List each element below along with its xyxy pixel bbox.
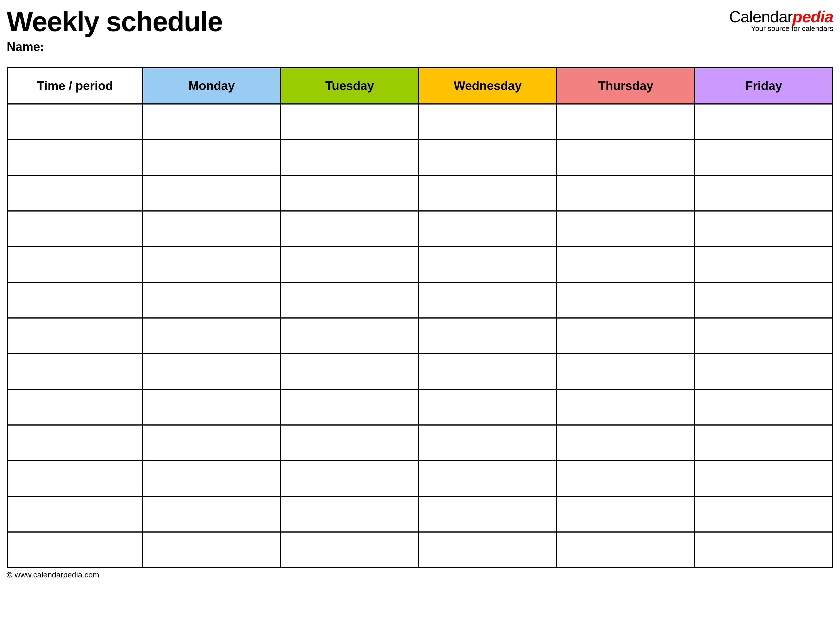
schedule-cell[interactable] (143, 461, 281, 496)
schedule-cell[interactable] (695, 496, 833, 532)
schedule-cell[interactable] (418, 318, 557, 354)
schedule-cell[interactable] (281, 496, 418, 532)
schedule-cell[interactable] (143, 532, 281, 568)
table-row (7, 104, 833, 140)
schedule-cell[interactable] (557, 425, 695, 461)
schedule-cell[interactable] (143, 247, 281, 282)
schedule-cell[interactable] (281, 175, 418, 211)
day-header-thursday: Thursday (557, 68, 695, 104)
schedule-table: Time / period MondayTuesdayWednesdayThur… (7, 67, 833, 568)
name-label: Name: (7, 40, 833, 54)
table-row (7, 282, 833, 318)
schedule-cell[interactable] (557, 354, 695, 389)
schedule-cell[interactable] (281, 211, 418, 247)
schedule-cell[interactable] (281, 247, 418, 282)
time-cell[interactable] (7, 389, 143, 425)
brand-suffix: pedia (793, 8, 834, 26)
schedule-cell[interactable] (695, 211, 833, 247)
schedule-cell[interactable] (143, 496, 281, 532)
time-cell[interactable] (7, 140, 143, 175)
table-row (7, 247, 833, 282)
schedule-cell[interactable] (695, 140, 833, 175)
time-cell[interactable] (7, 354, 143, 389)
time-cell[interactable] (7, 461, 143, 496)
time-cell[interactable] (7, 247, 143, 282)
schedule-cell[interactable] (418, 175, 557, 211)
time-cell[interactable] (7, 425, 143, 461)
schedule-cell[interactable] (281, 389, 418, 425)
schedule-cell[interactable] (695, 104, 833, 140)
schedule-cell[interactable] (418, 354, 557, 389)
schedule-cell[interactable] (557, 175, 695, 211)
schedule-cell[interactable] (281, 425, 418, 461)
schedule-cell[interactable] (143, 318, 281, 354)
table-row (7, 496, 833, 532)
time-cell[interactable] (7, 318, 143, 354)
copyright-footer: © www.calendarpedia.com (7, 571, 833, 579)
table-header-row: Time / period MondayTuesdayWednesdayThur… (7, 68, 833, 104)
schedule-cell[interactable] (418, 282, 557, 318)
time-cell[interactable] (7, 211, 143, 247)
schedule-cell[interactable] (695, 282, 833, 318)
schedule-cell[interactable] (143, 175, 281, 211)
time-cell[interactable] (7, 496, 143, 532)
brand-block: Calendarpedia Your source for calendars (729, 7, 833, 33)
schedule-cell[interactable] (143, 425, 281, 461)
day-header-friday: Friday (695, 68, 833, 104)
schedule-cell[interactable] (695, 247, 833, 282)
schedule-cell[interactable] (418, 496, 557, 532)
table-row (7, 425, 833, 461)
schedule-cell[interactable] (557, 282, 695, 318)
schedule-cell[interactable] (557, 461, 695, 496)
schedule-cell[interactable] (418, 461, 557, 496)
schedule-cell[interactable] (281, 104, 418, 140)
table-row (7, 175, 833, 211)
schedule-cell[interactable] (281, 354, 418, 389)
time-cell[interactable] (7, 175, 143, 211)
time-cell[interactable] (7, 532, 143, 568)
schedule-cell[interactable] (557, 247, 695, 282)
schedule-cell[interactable] (418, 211, 557, 247)
table-row (7, 211, 833, 247)
schedule-cell[interactable] (557, 496, 695, 532)
schedule-cell[interactable] (695, 461, 833, 496)
time-period-header: Time / period (7, 68, 143, 104)
day-header-tuesday: Tuesday (281, 68, 418, 104)
schedule-cell[interactable] (557, 211, 695, 247)
page-title: Weekly schedule (7, 6, 223, 38)
schedule-cell[interactable] (143, 104, 281, 140)
schedule-cell[interactable] (695, 389, 833, 425)
schedule-cell[interactable] (418, 425, 557, 461)
schedule-cell[interactable] (557, 389, 695, 425)
schedule-cell[interactable] (695, 318, 833, 354)
schedule-cell[interactable] (143, 389, 281, 425)
schedule-cell[interactable] (281, 532, 418, 568)
schedule-cell[interactable] (695, 175, 833, 211)
schedule-cell[interactable] (143, 282, 281, 318)
schedule-cell[interactable] (143, 140, 281, 175)
schedule-cell[interactable] (418, 389, 557, 425)
schedule-cell[interactable] (557, 140, 695, 175)
schedule-cell[interactable] (418, 532, 557, 568)
schedule-cell[interactable] (695, 354, 833, 389)
schedule-cell[interactable] (418, 140, 557, 175)
time-cell[interactable] (7, 282, 143, 318)
day-header-wednesday: Wednesday (418, 68, 557, 104)
schedule-cell[interactable] (695, 532, 833, 568)
schedule-cell[interactable] (281, 140, 418, 175)
schedule-cell[interactable] (143, 354, 281, 389)
time-cell[interactable] (7, 104, 143, 140)
schedule-cell[interactable] (281, 282, 418, 318)
table-row (7, 461, 833, 496)
schedule-cell[interactable] (143, 211, 281, 247)
schedule-cell[interactable] (281, 461, 418, 496)
schedule-cell[interactable] (418, 247, 557, 282)
schedule-cell[interactable] (418, 104, 557, 140)
schedule-cell[interactable] (281, 318, 418, 354)
schedule-cell[interactable] (557, 532, 695, 568)
schedule-cell[interactable] (695, 425, 833, 461)
brand-name: Calendarpedia (729, 7, 833, 26)
schedule-cell[interactable] (557, 318, 695, 354)
table-row (7, 318, 833, 354)
schedule-cell[interactable] (557, 104, 695, 140)
